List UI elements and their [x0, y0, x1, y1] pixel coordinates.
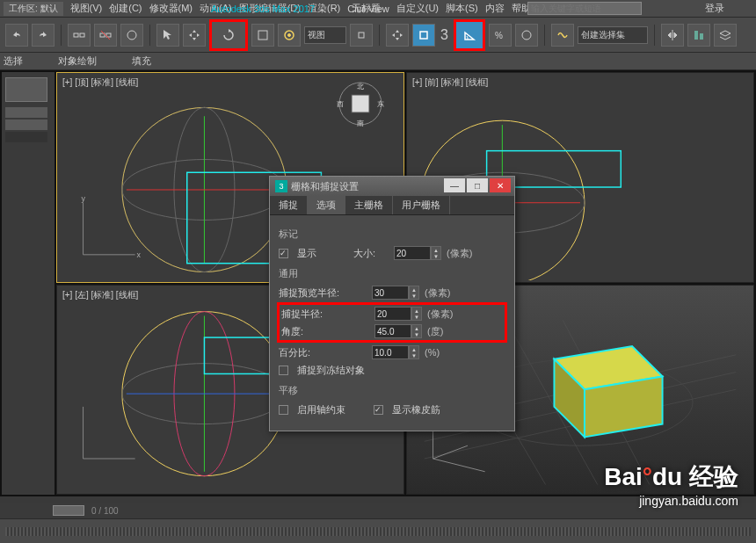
ribbon-object-paint[interactable]: 对象绘制	[58, 54, 97, 68]
tab-user-grid[interactable]: 用户栅格	[393, 196, 450, 214]
menubar: 工作区: 默认 视图(V) 创建(C) 修改器(M) 动画(A) 图形编辑器(D…	[0, 0, 756, 18]
axis-constraint-checkbox[interactable]	[279, 405, 288, 415]
panel-item[interactable]	[5, 119, 47, 130]
login-link[interactable]: 登录	[705, 2, 724, 15]
spin-up[interactable]: ▲	[432, 247, 440, 253]
menu-render[interactable]: 渲染(R)	[308, 2, 340, 15]
select-button[interactable]	[156, 24, 179, 47]
angle-label: 角度:	[281, 325, 369, 338]
spin-up[interactable]: ▲	[412, 308, 421, 314]
spin-down[interactable]: ▼	[412, 314, 421, 320]
menu-create[interactable]: 创建(C)	[109, 2, 142, 15]
snap-frozen-checkbox[interactable]	[279, 366, 288, 375]
angle-snap-button[interactable]	[454, 19, 485, 51]
main-toolbar: 3 %	[0, 18, 756, 53]
viewcube[interactable]: 北南西东	[335, 78, 386, 129]
frame-display: 0 / 100	[91, 506, 119, 516]
spin-down[interactable]: ▼	[410, 352, 418, 358]
tab-home-grid[interactable]: 主栅格	[345, 196, 393, 214]
undo-button[interactable]	[5, 24, 28, 47]
viewport-label: [+] [顶] [标准] [线框]	[62, 76, 138, 89]
highlighted-rows: 捕捉半径: ▲▼ (像素) 角度: ▲▼ (度)	[277, 302, 507, 343]
left-panel	[2, 72, 55, 495]
unit-percent: (%)	[425, 347, 440, 358]
svg-text:%: %	[495, 31, 503, 40]
dialog-title: 栅格和捕捉设置	[291, 180, 359, 193]
pivot-button[interactable]	[350, 24, 373, 47]
rubber-band-checkbox[interactable]	[374, 405, 383, 415]
snap-toggle-button[interactable]	[412, 24, 435, 47]
spin-up[interactable]: ▲	[410, 346, 418, 352]
svg-rect-6	[258, 31, 267, 40]
redo-button[interactable]	[32, 24, 55, 47]
ribbon-bar: 选择 对象绘制 填充	[0, 53, 756, 70]
maximize-button[interactable]: □	[467, 178, 488, 192]
panel-swatch[interactable]	[5, 77, 47, 102]
link-button[interactable]	[68, 24, 91, 47]
ribbon-fill[interactable]: 填充	[132, 54, 151, 68]
show-checkbox[interactable]	[279, 249, 288, 258]
search-input[interactable]	[527, 2, 642, 15]
ref-coord-dropdown[interactable]	[304, 26, 346, 44]
tab-options[interactable]: 选项	[308, 196, 345, 214]
doc-title: 无标题	[352, 2, 381, 15]
select-rotate-button[interactable]	[209, 19, 248, 51]
spin-down[interactable]: ▼	[410, 293, 418, 299]
svg-rect-10	[420, 32, 427, 39]
panel-item[interactable]	[5, 107, 47, 118]
layer-button[interactable]	[714, 24, 737, 47]
svg-point-12	[522, 31, 531, 40]
track-bar[interactable]	[5, 527, 751, 536]
snap-radius-input[interactable]	[374, 307, 411, 321]
menu-script[interactable]: 脚本(S)	[446, 2, 478, 15]
svg-rect-13	[694, 31, 698, 40]
statusbar	[0, 518, 756, 543]
timeline[interactable]: 0 / 100	[0, 503, 756, 518]
svg-rect-0	[74, 33, 78, 37]
minimize-button[interactable]: —	[444, 178, 465, 192]
svg-rect-1	[80, 33, 84, 37]
menu-graph[interactable]: 图形编辑器(D)	[239, 2, 301, 15]
select-move-button[interactable]	[183, 24, 206, 47]
bind-button[interactable]	[120, 24, 143, 47]
unlink-button[interactable]	[94, 24, 117, 47]
size-input[interactable]	[394, 246, 431, 260]
placement-button[interactable]	[278, 24, 301, 47]
spin-up[interactable]: ▲	[412, 325, 421, 331]
angle-input[interactable]	[374, 324, 411, 338]
percent-label: 百分比:	[279, 346, 367, 359]
spinner-snap-button[interactable]	[515, 24, 538, 47]
size-label: 大小:	[353, 247, 389, 260]
snap-preview-input[interactable]	[372, 286, 409, 300]
selection-lock-button[interactable]	[386, 24, 409, 47]
workspace-selector[interactable]: 工作区: 默认	[4, 2, 63, 16]
svg-text:北: 北	[357, 83, 364, 90]
percent-input[interactable]	[372, 345, 409, 359]
ribbon-select[interactable]: 选择	[4, 54, 23, 68]
svg-text:x: x	[137, 250, 142, 259]
menu-modifiers[interactable]: 修改器(M)	[149, 2, 193, 15]
tab-snap[interactable]: 捕捉	[270, 196, 308, 214]
time-slider[interactable]	[53, 505, 84, 516]
menu-customize[interactable]: 自定义(U)	[396, 2, 439, 15]
spin-down[interactable]: ▼	[432, 253, 440, 259]
dialog-titlebar[interactable]: 3 栅格和捕捉设置 — □ ✕	[270, 177, 514, 196]
spin-up[interactable]: ▲	[410, 286, 418, 293]
unit-pixels: (像素)	[425, 286, 450, 300]
svg-point-5	[127, 31, 136, 40]
edit-selection-button[interactable]	[551, 24, 574, 47]
app-icon: 3	[275, 180, 287, 192]
snap-radius-label: 捕捉半径:	[281, 308, 369, 321]
unit-pixels: (像素)	[447, 247, 472, 260]
menu-content[interactable]: 内容	[485, 2, 505, 15]
percent-snap-button[interactable]: %	[489, 24, 512, 47]
spin-down[interactable]: ▼	[412, 331, 421, 337]
select-scale-button[interactable]	[251, 24, 274, 47]
close-button[interactable]: ✕	[490, 178, 511, 192]
mirror-button[interactable]	[661, 24, 684, 47]
menu-view[interactable]: 视图(V)	[70, 2, 103, 15]
panel-item[interactable]	[5, 132, 47, 142]
menu-animation[interactable]: 动画(A)	[200, 2, 232, 15]
selection-set-input[interactable]	[578, 26, 648, 44]
align-button[interactable]	[687, 24, 710, 47]
